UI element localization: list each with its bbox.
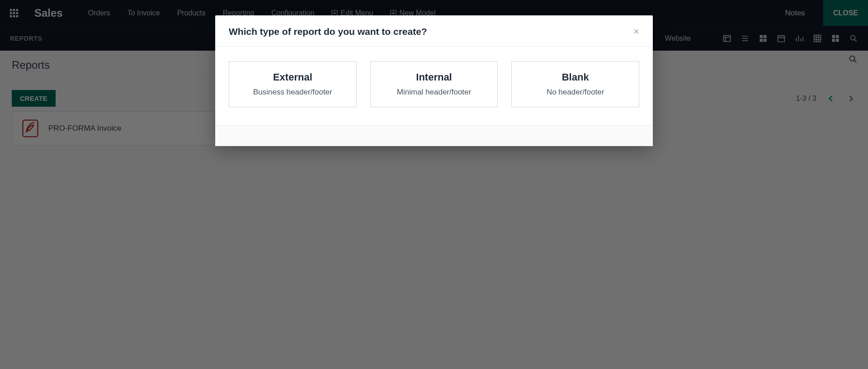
create-report-modal: Which type of report do you want to crea… <box>215 15 653 146</box>
modal-close-button[interactable]: × <box>633 27 639 37</box>
report-option-title: Internal <box>375 71 493 83</box>
report-option-subtitle: No header/footer <box>516 88 634 97</box>
report-option-blank[interactable]: Blank No header/footer <box>511 61 639 107</box>
report-option-title: Blank <box>516 71 634 83</box>
report-option-title: External <box>234 71 352 83</box>
modal-title: Which type of report do you want to crea… <box>229 26 427 37</box>
modal-footer <box>215 125 653 146</box>
report-option-internal[interactable]: Internal Minimal header/footer <box>370 61 498 107</box>
report-option-external[interactable]: External Business header/footer <box>229 61 357 107</box>
report-option-subtitle: Minimal header/footer <box>375 88 493 97</box>
modal-body: External Business header/footer Internal… <box>215 47 653 125</box>
report-option-subtitle: Business header/footer <box>234 88 352 97</box>
modal-header: Which type of report do you want to crea… <box>215 15 653 47</box>
